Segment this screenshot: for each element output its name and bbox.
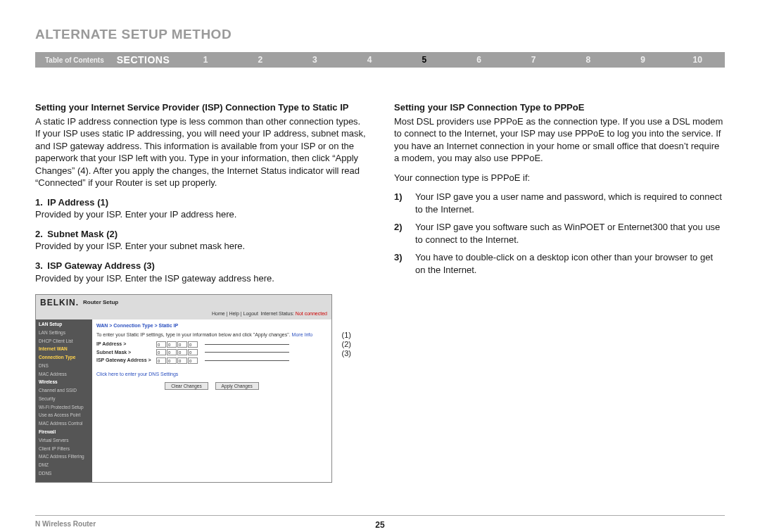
callout-1: (1) [342,331,351,340]
nav-section-6[interactable]: 6 [452,55,507,65]
router-breadcrumb: WAN > Connection Type > Static IP [96,322,327,329]
gateway-octet-2[interactable]: 0 [167,357,177,364]
nav-section-2[interactable]: 2 [233,55,288,65]
section-nav: Table of Contents SECTIONS 1 2 3 4 5 6 7… [35,52,725,68]
list2-num: 2) [394,221,415,246]
gateway-octet-4[interactable]: 0 [188,357,198,364]
side-security[interactable]: Security [36,395,92,403]
ip-address-label: 1. IP Address (1) [35,196,366,209]
side-dns[interactable]: DNS [36,362,92,370]
side-ap[interactable]: Use as Access Point [36,412,92,420]
router-main: WAN > Connection Type > Static IP To ent… [92,319,331,483]
callout-3: (3) [342,349,351,358]
router-brand: BELKIN. [40,297,79,308]
callout-2: (2) [342,340,351,349]
clear-changes-button[interactable]: Clear Changes [165,382,208,390]
side-connection-type[interactable]: Connection Type [36,354,92,362]
nav-section-8[interactable]: 8 [561,55,616,65]
subnet-octet-4[interactable]: 0 [188,349,198,355]
router-screenshot: BELKIN. Router Setup Home | Help | Logou… [35,294,332,483]
ip-octet-4[interactable]: 0 [188,341,198,348]
side-client-ip[interactable]: Client IP Filters [36,445,92,453]
router-setup-label: Router Setup [83,299,118,307]
gateway-octet-3[interactable]: 0 [177,357,187,364]
side-firewall[interactable]: Firewall [36,429,92,437]
isp-gateway-text: Provided by your ISP. Enter the ISP gate… [35,272,366,285]
dns-settings-link[interactable]: Click here to enter your DNS Settings [96,371,327,377]
gateway-octet-1[interactable]: 0 [156,357,166,364]
footer: N Wireless Router 25 [35,515,725,530]
left-column: Setting your Internet Service Provider (… [35,101,366,483]
list1-text: Your ISP gave you a user name and passwo… [415,191,725,215]
ip-octet-2[interactable]: 0 [167,341,177,348]
nav-section-3[interactable]: 3 [288,55,343,65]
router-instruction: To enter your Static IP settings, type i… [96,331,327,338]
side-dhcp[interactable]: DHCP Client List [36,337,92,346]
field-subnet-label: Subnet Mask > [96,349,156,355]
subnet-mask-text: Provided by your ISP. Enter your subnet … [35,240,366,253]
side-internet-wan[interactable]: Internet WAN [36,346,92,354]
right-intro: Your connection type is PPPoE if: [394,172,725,184]
side-wireless[interactable]: Wireless [36,379,92,387]
page-number: 25 [375,520,384,530]
callouts: (1) (2) (3) [342,331,351,358]
nav-toc[interactable]: Table of Contents [35,56,114,64]
field-gateway-label: ISP Gateway Address > [96,357,156,363]
side-lan-setup[interactable]: LAN Setup [36,321,92,329]
side-wps[interactable]: Wi-Fi Protected Setup [36,403,92,412]
nav-section-10[interactable]: 10 [670,55,725,65]
ip-octet-3[interactable]: 0 [177,341,187,348]
list3-text: You have to double-click on a desktop ic… [415,251,725,276]
page-title: ALTERNATE SETUP METHOD [35,27,725,42]
list1-num: 1) [394,191,415,215]
subnet-octet-3[interactable]: 0 [177,349,187,355]
side-lan-settings[interactable]: LAN Settings [36,329,92,337]
footer-left: N Wireless Router [35,520,375,530]
side-mac[interactable]: MAC Address [36,370,92,379]
apply-changes-button[interactable]: Apply Changes [215,382,259,390]
right-paragraph: Most DSL providers use PPPoE as the conn… [394,115,725,165]
list2-text: Your ISP gave you software such as WinPO… [415,221,725,246]
subnet-octet-1[interactable]: 0 [156,349,166,355]
nav-section-9[interactable]: 9 [616,55,671,65]
right-heading: Setting your ISP Connection Type to PPPo… [394,101,725,114]
ip-address-text: Provided by your ISP. Enter your IP addr… [35,208,366,221]
nav-sections-label: SECTIONS [114,54,179,65]
side-channel[interactable]: Channel and SSID [36,387,92,395]
isp-gateway-label: 3. ISP Gateway Address (3) [35,260,366,272]
router-top-links: Home | Help | Logout Internet Status: No… [36,310,331,319]
side-dmz[interactable]: DMZ [36,462,92,470]
nav-section-5[interactable]: 5 [397,55,452,65]
nav-section-1[interactable]: 1 [178,55,233,65]
side-mac-filter[interactable]: MAC Address Filtering [36,453,92,462]
subnet-octet-2[interactable]: 0 [167,349,177,355]
subnet-mask-label: 2. Subnet Mask (2) [35,228,366,241]
router-sidebar: LAN Setup LAN Settings DHCP Client List … [36,319,92,483]
list3-num: 3) [394,251,415,276]
nav-section-4[interactable]: 4 [342,55,397,65]
side-ddns[interactable]: DDNS [36,469,92,478]
nav-section-7[interactable]: 7 [506,55,561,65]
left-paragraph: A static IP address connection type is l… [35,115,366,189]
left-heading: Setting your Internet Service Provider (… [35,101,366,114]
side-mac-control[interactable]: MAC Address Control [36,420,92,429]
field-ip-label: IP Address > [96,341,156,347]
right-column: Setting your ISP Connection Type to PPPo… [394,101,725,483]
ip-octet-1[interactable]: 0 [156,341,166,348]
side-virtual-servers[interactable]: Virtual Servers [36,436,92,445]
